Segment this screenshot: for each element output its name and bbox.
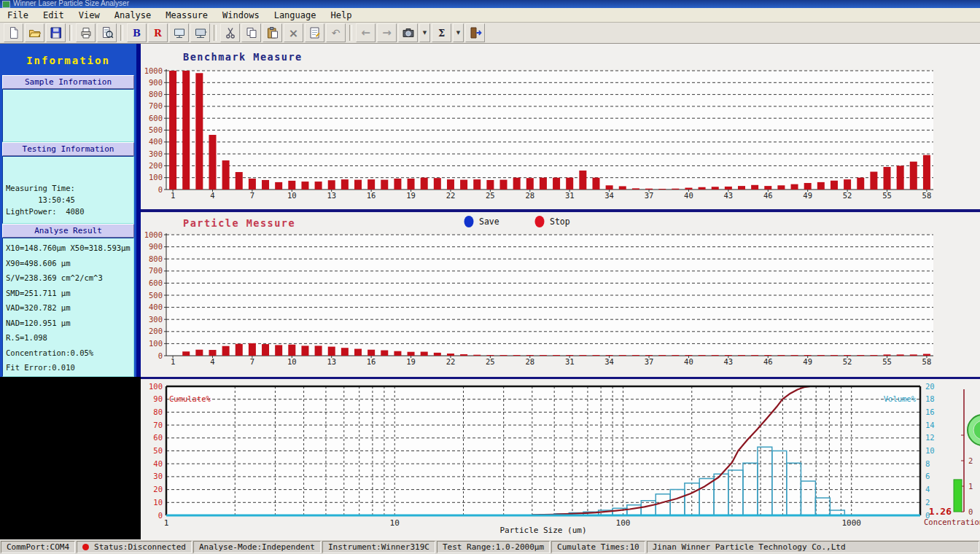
menu-analyse[interactable]: Analyse xyxy=(107,9,159,22)
sum-button-glyph: Σ xyxy=(438,28,445,39)
svg-text:2: 2 xyxy=(925,498,930,507)
svg-text:10: 10 xyxy=(153,498,163,507)
svg-text:Cumulate%: Cumulate% xyxy=(169,394,211,403)
print-preview-button[interactable] xyxy=(97,23,117,42)
save-floppy-icon xyxy=(49,26,63,40)
svg-text:500: 500 xyxy=(149,125,163,134)
svg-text:Volume%: Volume% xyxy=(884,394,917,403)
menu-bar: FileEditViewAnalyseMeassureWindowsLangua… xyxy=(0,8,980,23)
new-document-button[interactable] xyxy=(4,23,23,42)
svg-text:700: 700 xyxy=(149,266,163,275)
svg-text:Stop: Stop xyxy=(550,216,570,227)
analyse-result-line: SMD=251.711 μm xyxy=(6,286,133,301)
title-bar: Winner Laser Particle Size Analyser xyxy=(0,0,980,8)
svg-text:1000: 1000 xyxy=(841,518,861,528)
svg-text:Particle Messure: Particle Messure xyxy=(183,217,295,229)
benchmark-mode-button[interactable]: B xyxy=(127,23,147,42)
svg-text:31: 31 xyxy=(565,357,575,366)
status-segment-text: Instrument:Winner319C xyxy=(328,542,429,552)
save-button[interactable] xyxy=(46,23,66,42)
camera-icon xyxy=(401,26,416,40)
app-window: Winner Laser Particle Size Analyser File… xyxy=(0,0,980,554)
menu-edit[interactable]: Edit xyxy=(36,9,71,22)
menu-file[interactable]: File xyxy=(0,9,36,22)
svg-text:400: 400 xyxy=(149,303,163,311)
sum-dropdown-glyph: ▼ xyxy=(456,30,460,36)
svg-text:Benchmark Measure: Benchmark Measure xyxy=(183,51,303,63)
back-button[interactable]: ← xyxy=(356,23,376,42)
run-mode-button[interactable]: R xyxy=(148,23,168,42)
svg-text:80: 80 xyxy=(153,407,163,416)
toolbar: BR×↶←→▼Σ▼ xyxy=(0,23,980,44)
svg-text:28: 28 xyxy=(525,191,534,200)
menu-meassure[interactable]: Meassure xyxy=(158,9,215,22)
svg-text:34: 34 xyxy=(604,191,614,200)
testing-information-header[interactable]: Testing Information xyxy=(2,142,134,156)
svg-text:Particle Size (um): Particle Size (um) xyxy=(499,526,586,535)
snapshot-dropdown-glyph: ▼ xyxy=(423,30,427,36)
properties-icon xyxy=(308,26,322,40)
print-button[interactable] xyxy=(76,23,96,42)
svg-text:20: 20 xyxy=(925,382,935,391)
copy-button[interactable] xyxy=(241,23,261,42)
instrument-receive-button[interactable] xyxy=(190,23,210,42)
status-segment-text: Cumulate Times:10 xyxy=(557,542,639,552)
menu-help[interactable]: Help xyxy=(323,9,359,22)
svg-text:300: 300 xyxy=(149,315,163,324)
menu-language[interactable]: Language xyxy=(267,9,324,22)
snapshot-button[interactable] xyxy=(398,23,418,42)
svg-text:52: 52 xyxy=(843,191,852,200)
exit-button[interactable] xyxy=(465,23,485,42)
concentration-bar xyxy=(954,480,962,512)
analyse-result-line: X10=148.760μm X50=318.593μm xyxy=(6,241,133,256)
menu-view[interactable]: View xyxy=(71,9,107,22)
svg-text:40: 40 xyxy=(684,357,693,366)
status-segment-text: Status:Disconnected xyxy=(94,542,186,552)
svg-text:55: 55 xyxy=(882,357,892,366)
svg-text:900: 900 xyxy=(149,242,163,251)
status-segment-instrument: Instrument:Winner319C xyxy=(322,541,435,553)
analyse-result-header[interactable]: Analyse Result xyxy=(2,224,134,238)
svg-text:40: 40 xyxy=(153,459,163,468)
new-document-icon xyxy=(7,26,21,40)
svg-text:52: 52 xyxy=(843,357,852,366)
status-segment-commport: CommPort:COM4 xyxy=(1,541,75,553)
sample-information-header[interactable]: Sample Information xyxy=(2,75,134,89)
snapshot-dropdown[interactable]: ▼ xyxy=(419,23,430,42)
svg-text:12: 12 xyxy=(925,433,935,442)
svg-text:13: 13 xyxy=(327,357,336,366)
analyse-result-line: NAD=120.951 μm xyxy=(6,316,133,331)
toolbar-separator xyxy=(120,25,123,41)
svg-text:28: 28 xyxy=(525,357,534,366)
instrument-send-button[interactable] xyxy=(169,23,189,42)
menu-windows[interactable]: Windows xyxy=(215,9,267,22)
forward-button[interactable]: → xyxy=(377,23,397,42)
delete-button[interactable]: × xyxy=(284,23,303,42)
toolbar-separator xyxy=(349,25,352,41)
svg-text:0: 0 xyxy=(158,511,163,520)
properties-button[interactable] xyxy=(305,23,324,42)
svg-text:7: 7 xyxy=(250,357,254,366)
open-file-button[interactable] xyxy=(25,23,44,42)
svg-text:20: 20 xyxy=(153,485,163,493)
svg-text:46: 46 xyxy=(763,357,773,366)
testing-information-line: 13:50:45 xyxy=(6,194,133,206)
svg-text:70: 70 xyxy=(153,421,163,429)
analyse-result-line: S/V=238.369 cm^2/cm^3 xyxy=(6,270,133,286)
sum-button[interactable]: Σ xyxy=(432,23,451,42)
svg-text:0: 0 xyxy=(158,185,163,194)
svg-text:2: 2 xyxy=(968,456,973,465)
svg-text:1000: 1000 xyxy=(144,230,163,239)
bottom-left-filler xyxy=(0,377,141,539)
analyse-result-line: Fit Error:0.010 xyxy=(6,360,133,375)
undo-button[interactable]: ↶ xyxy=(326,23,346,42)
svg-text:31: 31 xyxy=(565,191,575,200)
testing-information-box: Measuring Time: 13:50:45LightPower: 4080 xyxy=(2,156,134,224)
svg-text:8: 8 xyxy=(925,459,930,468)
sum-dropdown[interactable]: ▼ xyxy=(453,23,464,42)
status-bar: CommPort:COM4Status:DisconnectedAnalyse-… xyxy=(0,539,980,554)
status-segment-text: Analyse-Mode:Independent xyxy=(199,542,315,552)
status-segment-cumulate-times: Cumulate Times:10 xyxy=(551,541,645,553)
cut-button[interactable] xyxy=(220,23,240,42)
paste-button[interactable] xyxy=(262,23,282,42)
